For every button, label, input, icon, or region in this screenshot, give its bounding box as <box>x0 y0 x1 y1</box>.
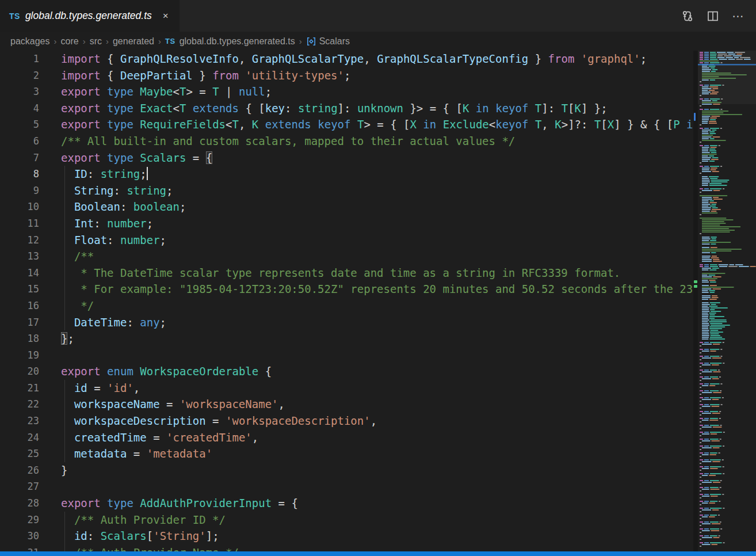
tab-title: global.db.types.generated.ts <box>25 10 152 22</box>
code-text: workspaceDescription = 'workspaceDescrip… <box>61 413 377 429</box>
more-actions-icon: ⋯ <box>732 9 744 23</box>
code-text: } <box>61 462 67 479</box>
code-text: /** Auth Provider ID */ <box>61 512 226 528</box>
close-tab-icon[interactable]: × <box>160 9 171 22</box>
editor-pane: 1import { GraphQLResolveInfo, GraphQLSca… <box>0 51 756 551</box>
code-text: */ <box>61 298 94 314</box>
code-line-27[interactable]: 27 <box>0 478 693 495</box>
code-line-2[interactable]: 2import { DeepPartial } from 'utility-ty… <box>0 67 693 84</box>
code-line-8[interactable]: 8 ID: string; <box>0 166 693 182</box>
line-number: 24 <box>0 429 39 446</box>
vscode-editor-window: TS global.db.types.generated.ts × <box>0 0 756 556</box>
code-area[interactable]: 1import { GraphQLResolveInfo, GraphQLSca… <box>0 51 693 551</box>
breadcrumb-separator: › <box>83 36 86 46</box>
open-changes-button[interactable] <box>678 6 697 26</box>
breadcrumb-label: src <box>90 36 102 47</box>
code-line-20[interactable]: 20export enum WorkspaceOrderable { <box>0 363 693 380</box>
code-line-5[interactable]: 5export type RequireFields<T, K extends … <box>0 116 693 133</box>
line-number: 17 <box>0 314 39 331</box>
overview-ruler-mark <box>694 285 697 288</box>
more-actions-button[interactable]: ⋯ <box>728 6 748 26</box>
editor-tab-bar: TS global.db.types.generated.ts × <box>0 0 756 32</box>
code-line-15[interactable]: 15 * For example: "1985-04-12T23:20:50.5… <box>0 281 693 298</box>
line-number: 18 <box>0 330 39 347</box>
code-line-6[interactable]: 6/** All built-in and custom scalars, ma… <box>0 133 693 150</box>
line-number: 2 <box>0 67 39 84</box>
code-line-28[interactable]: 28export type AddAuthProviderInput = { <box>0 495 693 512</box>
line-number: 19 <box>0 347 39 364</box>
code-line-7[interactable]: 7export type Scalars = { <box>0 150 693 166</box>
code-text: export enum WorkspaceOrderable { <box>61 363 272 380</box>
breadcrumb-item-global-db-types-generated-ts[interactable]: TSglobal.db.types.generated.ts <box>165 36 295 47</box>
breadcrumb-item-packages[interactable]: packages <box>10 36 50 47</box>
code-line-21[interactable]: 21 id = 'id', <box>0 380 693 397</box>
line-number: 1 <box>0 51 39 67</box>
code-line-24[interactable]: 24 createdTime = 'createdTime', <box>0 429 693 446</box>
line-number: 25 <box>0 445 39 462</box>
breadcrumb-item-scalars[interactable]: Scalars <box>306 36 350 47</box>
code-text: export type AddAuthProviderInput = { <box>61 495 298 512</box>
code-line-29[interactable]: 29 /** Auth Provider ID */ <box>0 512 693 528</box>
code-text: id = 'id', <box>61 380 140 397</box>
breadcrumb-item-generated[interactable]: generated <box>113 36 154 47</box>
breadcrumb-label: generated <box>113 36 154 47</box>
code-line-4[interactable]: 4export type Exact<T extends { [key: str… <box>0 100 693 117</box>
line-number: 13 <box>0 248 39 265</box>
code-text: metadata = 'metadata' <box>61 445 212 462</box>
line-number: 10 <box>0 199 39 215</box>
code-text: export type RequireFields<T, K extends k… <box>61 116 693 133</box>
code-line-13[interactable]: 13 /** <box>0 248 693 265</box>
line-number: 31 <box>0 544 39 551</box>
line-number: 30 <box>0 528 39 544</box>
code-line-14[interactable]: 14 * The DateTime scalar type represents… <box>0 265 693 281</box>
code-text: Boolean: boolean; <box>61 199 186 215</box>
breadcrumb-label: Scalars <box>319 36 350 47</box>
code-line-10[interactable]: 10 Boolean: boolean; <box>0 199 693 215</box>
breadcrumb-separator: › <box>158 36 161 46</box>
line-number: 8 <box>0 166 39 182</box>
code-line-16[interactable]: 16 */ <box>0 298 693 314</box>
breadcrumb-label: global.db.types.generated.ts <box>180 36 295 47</box>
code-text: export type Scalars = { <box>61 150 212 166</box>
code-line-3[interactable]: 3export type Maybe<T> = T | null; <box>0 83 693 100</box>
code-line-17[interactable]: 17 DateTime: any; <box>0 314 693 331</box>
line-number: 16 <box>0 298 39 314</box>
code-line-1[interactable]: 1import { GraphQLResolveInfo, GraphQLSca… <box>0 51 693 67</box>
typescript-file-icon: TS <box>9 12 20 21</box>
code-line-26[interactable]: 26} <box>0 462 693 479</box>
line-number: 28 <box>0 495 39 512</box>
line-number: 29 <box>0 512 39 528</box>
code-line-31[interactable]: 31 /** Auth Provider Name */ <box>0 544 693 551</box>
line-number: 23 <box>0 413 39 429</box>
code-text: export type Maybe<T> = T | null; <box>61 83 272 100</box>
code-line-19[interactable]: 19 <box>0 347 693 364</box>
breadcrumb-item-core[interactable]: core <box>61 36 79 47</box>
line-number: 15 <box>0 281 39 298</box>
line-number: 3 <box>0 83 39 100</box>
progress-bar <box>0 551 756 556</box>
code-text: id: Scalars['String']; <box>61 528 219 544</box>
tab-global-db-types[interactable]: TS global.db.types.generated.ts × <box>0 0 180 32</box>
code-line-11[interactable]: 11 Int: number; <box>0 215 693 232</box>
code-text: Int: number; <box>61 215 153 232</box>
code-text: /** <box>61 248 94 265</box>
line-number: 27 <box>0 478 39 495</box>
breadcrumb-item-src[interactable]: src <box>90 36 102 47</box>
editor-actions: ⋯ <box>678 0 756 32</box>
symbol-type-icon <box>306 36 316 47</box>
breadcrumb-separator: › <box>106 36 109 46</box>
code-line-25[interactable]: 25 metadata = 'metadata' <box>0 445 693 462</box>
code-line-30[interactable]: 30 id: Scalars['String']; <box>0 528 693 544</box>
code-line-9[interactable]: 9 String: string; <box>0 182 693 199</box>
code-text: DateTime: any; <box>61 314 166 331</box>
code-line-12[interactable]: 12 Float: number; <box>0 232 693 249</box>
minimap-shadow <box>693 51 698 551</box>
code-line-18[interactable]: 18}; <box>0 330 693 347</box>
overview-ruler-mark <box>694 280 697 283</box>
code-line-22[interactable]: 22 workspaceName = 'workspaceName', <box>0 396 693 413</box>
code-line-23[interactable]: 23 workspaceDescription = 'workspaceDesc… <box>0 413 693 429</box>
text-cursor <box>147 167 148 180</box>
minimap[interactable] <box>698 51 756 551</box>
split-editor-button[interactable] <box>703 6 723 26</box>
code-text: /** All built-in and custom scalars, map… <box>61 133 515 150</box>
